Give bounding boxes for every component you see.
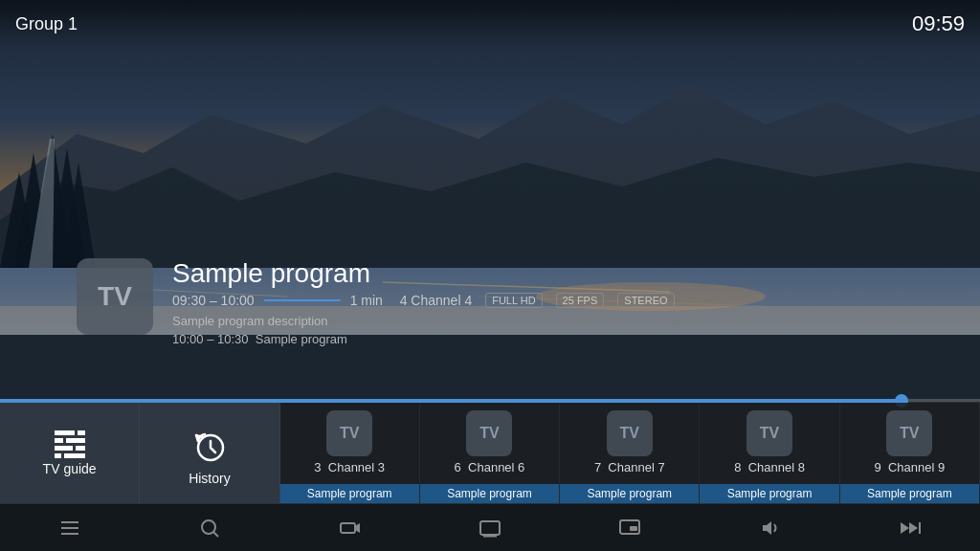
channel-3-program: Sample program — [280, 484, 419, 503]
channel-7-program: Sample program — [560, 484, 699, 503]
history-button[interactable]: History — [140, 403, 279, 503]
channel-6-label: 6 Channel 6 — [455, 460, 525, 474]
channel-item-9[interactable]: TV 9 Channel 9 Sample program — [840, 403, 980, 503]
search-button[interactable] — [186, 509, 234, 547]
next-program: 10:00 – 10:30 Sample program — [172, 332, 942, 346]
channel-9-program: Sample program — [840, 484, 979, 503]
search-icon — [198, 517, 221, 540]
badge-fps: 25 FPS — [556, 293, 605, 308]
svg-rect-25 — [483, 536, 497, 538]
channel-8-program: Sample program — [700, 484, 838, 503]
svg-rect-17 — [61, 527, 78, 529]
svg-marker-29 — [901, 522, 909, 534]
svg-rect-27 — [630, 526, 637, 531]
tv-logo-text: TV — [98, 281, 132, 312]
cast-button[interactable] — [466, 509, 514, 547]
badge-audio: STEREO — [617, 293, 674, 308]
time-display: 09:59 — [912, 11, 965, 36]
tvguide-button[interactable]: TV guide — [0, 403, 140, 503]
badge-hd: FULL HD — [485, 293, 542, 308]
svg-rect-31 — [919, 522, 921, 534]
svg-rect-21 — [341, 523, 355, 533]
svg-rect-18 — [61, 533, 78, 535]
program-time: 09:30 – 10:00 — [172, 293, 255, 308]
camera-button[interactable] — [326, 509, 374, 547]
channel-item-8[interactable]: TV 8 Channel 8 Sample program — [700, 403, 839, 503]
channel-7-logo: TV — [607, 410, 653, 456]
channel-strip: TV guide History TV 3 Channel 3 Sample p… — [0, 403, 980, 503]
channel-item-7[interactable]: TV 7 Channel 7 Sample program — [560, 403, 700, 503]
menu-button[interactable] — [46, 509, 94, 547]
channel-3-label: 3 Channel 3 — [314, 460, 385, 474]
inline-progress — [264, 299, 341, 301]
channel-number: 4 Channel 4 — [392, 293, 472, 308]
channel-6-program: Sample program — [420, 484, 559, 503]
cast-icon — [479, 517, 501, 540]
forward-icon — [899, 517, 922, 540]
channel-3-logo: TV — [326, 410, 372, 456]
channel-8-logo: TV — [746, 410, 792, 456]
svg-point-19 — [202, 520, 215, 534]
group-label: Group 1 — [15, 14, 78, 34]
channel-7-label: 7 Channel 7 — [594, 460, 665, 474]
forward-button[interactable] — [886, 509, 934, 547]
program-time-row: 09:30 – 10:00 1 min 4 Channel 4 FULL HD … — [172, 293, 942, 308]
channel-9-label: 9 Channel 9 — [874, 460, 945, 474]
tvguide-label: TV guide — [43, 461, 97, 476]
program-title: Sample program — [172, 258, 942, 289]
svg-rect-16 — [61, 521, 78, 523]
menu-icon — [58, 517, 81, 540]
channel-item-3[interactable]: TV 3 Channel 3 Sample program — [280, 403, 420, 503]
program-info: Sample program 09:30 – 10:00 1 min 4 Cha… — [172, 258, 942, 346]
info-panel: TV Sample program 09:30 – 10:00 1 min 4 … — [77, 258, 942, 346]
svg-marker-28 — [763, 521, 771, 535]
pip-icon — [618, 517, 641, 540]
channel-item-6[interactable]: TV 6 Channel 6 Sample program — [420, 403, 560, 503]
volume-button[interactable] — [746, 509, 794, 547]
program-duration: 1 min — [350, 293, 383, 308]
svg-line-20 — [213, 532, 218, 537]
channel-8-label: 8 Channel 8 — [734, 460, 805, 474]
channel-6-logo: TV — [466, 410, 512, 456]
svg-rect-23 — [480, 521, 500, 535]
top-bar: Group 1 09:59 — [0, 0, 980, 48]
channel-9-logo: TV — [886, 410, 932, 456]
pip-button[interactable] — [606, 509, 654, 547]
program-description: Sample program description — [172, 314, 942, 328]
history-icon — [191, 429, 228, 465]
channel-logo: TV — [77, 258, 153, 335]
volume-icon — [759, 517, 782, 540]
tvguide-icon — [55, 430, 85, 455]
svg-rect-24 — [485, 534, 495, 536]
camera-icon — [339, 517, 362, 540]
svg-marker-30 — [909, 522, 918, 534]
history-label: History — [189, 471, 231, 486]
bottom-nav — [0, 503, 980, 551]
